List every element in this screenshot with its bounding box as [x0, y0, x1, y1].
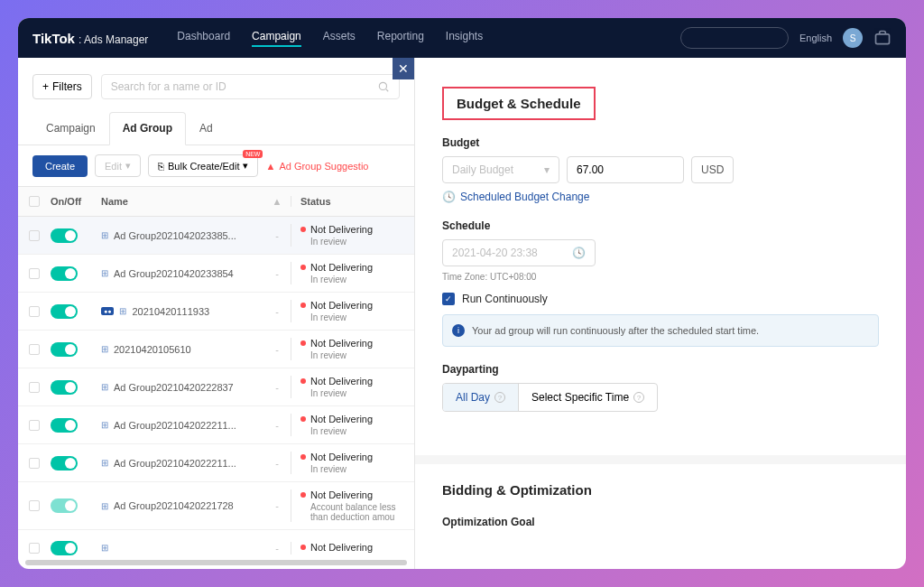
dayparting-specific-time[interactable]: Select Specific Time?	[519, 384, 657, 411]
status-dot-icon	[300, 378, 306, 384]
row-checkbox[interactable]	[29, 543, 40, 554]
table-row[interactable]: ⊞Ad Group20210420233854 - Not Delivering…	[18, 255, 414, 293]
left-panel: ✕ +Filters Search for a name or ID Campa…	[18, 58, 415, 569]
status-dot-icon	[300, 303, 306, 308]
onoff-toggle[interactable]	[51, 418, 78, 433]
run-continuously-label: Run Continuously	[462, 293, 548, 305]
brand-logo: TikTok: Ads Manager	[32, 31, 148, 46]
onoff-toggle[interactable]	[51, 456, 78, 471]
horizontal-scrollbar[interactable]	[25, 560, 407, 565]
adgroup-name[interactable]: ⊞Ad Group2021042022211...	[101, 458, 263, 469]
edit-button[interactable]: Edit▾	[95, 154, 141, 177]
row-checkbox[interactable]	[29, 268, 40, 279]
dayparting-label: Dayparting	[442, 363, 879, 376]
adgroup-name[interactable]: ⊞Ad Group2021042023385...	[101, 230, 263, 241]
onoff-toggle[interactable]	[51, 380, 78, 395]
user-avatar[interactable]: S	[843, 28, 863, 48]
onoff-toggle[interactable]	[51, 266, 78, 281]
column-warning: ▲	[263, 196, 291, 207]
clock-icon: 🕓	[572, 247, 586, 259]
adgroup-name[interactable]: ⊞Ad Group20210420233854	[101, 268, 263, 279]
tab-ad[interactable]: Ad	[186, 112, 226, 144]
adgroup-name[interactable]: ⊞	[101, 543, 263, 553]
help-icon[interactable]: ?	[633, 392, 644, 403]
status-cell: Not DeliveringIn review	[300, 338, 399, 360]
optimization-goal-label: Optimization Goal	[442, 516, 879, 528]
table-row[interactable]: ⊞20210420105610 - Not DeliveringIn revie…	[18, 331, 414, 368]
onoff-toggle[interactable]	[51, 342, 78, 357]
search-input[interactable]: Search for a name or ID	[101, 74, 400, 99]
table-row[interactable]: ●●⊞20210420111933 - Not DeliveringIn rev…	[18, 293, 414, 331]
status-dot-icon	[300, 454, 306, 460]
nav-campaign[interactable]: Campaign	[252, 30, 301, 47]
table-row[interactable]: ⊞Ad Group20210420222837 - Not Delivering…	[18, 368, 414, 406]
adgroup-name[interactable]: ●●⊞20210420111933	[101, 306, 263, 317]
row-checkbox[interactable]	[29, 420, 40, 431]
tree-icon: ⊞	[101, 382, 108, 392]
budget-type-select[interactable]: Daily Budget▾	[442, 156, 559, 183]
nav-reporting[interactable]: Reporting	[377, 30, 424, 47]
row-checkbox[interactable]	[29, 344, 40, 355]
status-cell: Not DeliveringAccount balance less than …	[300, 489, 399, 522]
column-name[interactable]: Name	[101, 196, 263, 207]
info-message: i Your ad group will run continuously af…	[442, 314, 879, 347]
status-cell: Not Delivering	[300, 542, 399, 554]
tab-adgroup[interactable]: Ad Group	[109, 112, 186, 145]
adgroup-name[interactable]: ⊞Ad Group20210420222837	[101, 382, 263, 393]
onoff-toggle[interactable]	[51, 228, 78, 243]
tree-icon: ⊞	[101, 501, 108, 511]
column-onoff[interactable]: On/Off	[51, 196, 101, 207]
adgroup-name[interactable]: ⊞20210420105610	[101, 344, 263, 355]
row-checkbox[interactable]	[29, 230, 40, 241]
help-icon[interactable]: ?	[494, 392, 505, 403]
schedule-date-input[interactable]: 2021-04-20 23:38🕓	[442, 239, 596, 266]
table-row[interactable]: ⊞ - Not Delivering	[18, 530, 414, 560]
table-row[interactable]: ⊞Ad Group2021042022211... - Not Deliveri…	[18, 444, 414, 482]
table-row[interactable]: ⊞Ad Group20210420221728 - Not Delivering…	[18, 482, 414, 530]
column-status[interactable]: Status	[291, 196, 399, 207]
status-cell: Not DeliveringIn review	[300, 262, 399, 284]
status-cell: Not DeliveringIn review	[300, 224, 399, 247]
dayparting-all-day[interactable]: All Day?	[443, 384, 519, 411]
row-checkbox[interactable]	[29, 458, 40, 469]
table-row[interactable]: ⊞Ad Group2021042022211... - Not Deliveri…	[18, 406, 414, 444]
filters-button[interactable]: +Filters	[32, 74, 92, 99]
onoff-toggle[interactable]	[51, 304, 78, 319]
status-dot-icon	[300, 265, 306, 270]
nav-insights[interactable]: Insights	[446, 30, 483, 47]
language-selector[interactable]: English	[799, 33, 832, 43]
timezone-text: Time Zone: UTC+08:00	[442, 272, 879, 282]
briefcase-icon[interactable]	[873, 29, 892, 47]
svg-point-1	[379, 82, 386, 89]
onoff-toggle[interactable]	[51, 498, 78, 513]
account-selector[interactable]	[680, 27, 789, 49]
table-row[interactable]: ⊞Ad Group2021042023385... - Not Deliveri…	[18, 217, 414, 255]
tree-icon: ⊞	[101, 344, 108, 354]
row-checkbox[interactable]	[29, 306, 40, 317]
select-all-checkbox[interactable]	[29, 196, 40, 207]
tree-icon: ⊞	[101, 420, 108, 430]
tab-campaign[interactable]: Campaign	[32, 112, 109, 144]
status-dot-icon	[300, 545, 306, 550]
adgroup-name[interactable]: ⊞Ad Group20210420221728	[101, 500, 263, 511]
scheduled-budget-change-link[interactable]: 🕓Scheduled Budget Change	[442, 191, 879, 203]
budget-amount-input[interactable]	[567, 156, 684, 183]
nav-dashboard[interactable]: Dashboard	[177, 30, 230, 47]
tree-icon: ⊞	[101, 230, 108, 240]
ad-group-suggestion[interactable]: ▲Ad Group Suggestio	[265, 161, 368, 172]
onoff-toggle[interactable]	[51, 541, 78, 555]
warning-cell: -	[263, 382, 291, 393]
bulk-create-edit-button[interactable]: ⎘Bulk Create/Edit▾ NEW	[148, 154, 258, 177]
adgroup-name[interactable]: ⊞Ad Group2021042022211...	[101, 420, 263, 431]
create-button[interactable]: Create	[32, 155, 88, 177]
budget-schedule-header: Budget & Schedule	[442, 87, 596, 120]
close-panel-button[interactable]: ✕	[393, 58, 414, 79]
row-checkbox[interactable]	[29, 382, 40, 393]
nav-assets[interactable]: Assets	[323, 30, 356, 47]
status-dot-icon	[300, 416, 306, 422]
run-continuously-checkbox[interactable]: ✓	[442, 293, 455, 305]
svg-rect-0	[876, 34, 890, 44]
row-checkbox[interactable]	[29, 500, 40, 511]
warning-cell: -	[263, 500, 291, 511]
warning-cell: -	[263, 543, 291, 554]
